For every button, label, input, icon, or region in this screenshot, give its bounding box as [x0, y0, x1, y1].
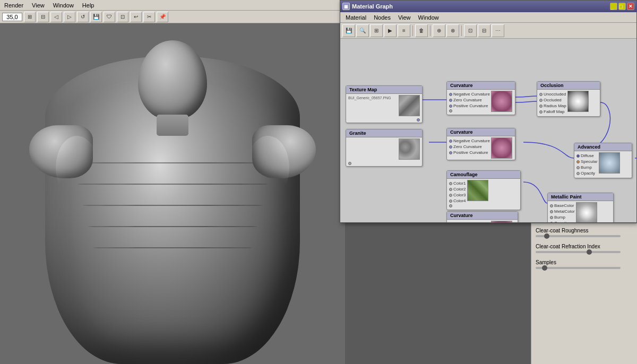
connection-curv1-occl [515, 96, 537, 97]
graph-search-btn[interactable]: 🔍 [356, 24, 369, 37]
node-curvature-3[interactable]: Curvature Negative Curvature Zero Curvat… [446, 211, 518, 222]
node-curvature-2[interactable]: Curvature Negative Curvature Zero Curvat… [446, 128, 515, 160]
port-pos-curv-dot-1[interactable] [449, 105, 452, 108]
graph-menubar: Material Nodes View Window [340, 12, 636, 23]
node-curvature-3-header: Curvature [447, 212, 518, 220]
port-falloff-map-dot[interactable] [539, 110, 543, 114]
graph-sliders-btn[interactable]: ≡ [398, 24, 410, 37]
graph-copy-btn[interactable]: ⊕ [433, 24, 445, 37]
node-curvature-1-thumb [491, 91, 512, 112]
node-texture-map-label: Texture Map [349, 87, 377, 92]
save-btn[interactable]: 💾 [90, 12, 102, 22]
texture-map-filename: BUI_Generic_05657.PNG [348, 95, 398, 101]
viewport-3d[interactable] [0, 23, 345, 364]
port-extra-dot-1[interactable] [449, 109, 452, 112]
cut-btn[interactable]: ✂ [143, 12, 155, 22]
param-slider-samples[interactable] [536, 267, 621, 269]
graph-delete-btn[interactable]: 🗑 [415, 24, 428, 37]
port-radius-map-dot[interactable] [539, 105, 543, 108]
port-bump-metal-dot[interactable] [550, 216, 553, 219]
minimize-btn[interactable]: _ [610, 3, 617, 10]
port-neg-curv-dot-2[interactable] [449, 140, 452, 143]
node-curvature-3-thumb [491, 221, 512, 222]
menu-render[interactable]: Render [2, 2, 25, 9]
param-label-clearcoat-refraction: Clear-coat Refraction Index [536, 244, 633, 249]
param-thumb-clearcoat-refraction[interactable] [587, 249, 592, 255]
port-zero-curv-dot-1[interactable] [449, 99, 452, 102]
menu-help[interactable]: Help [80, 2, 97, 9]
port-unoccluded-dot[interactable] [539, 93, 543, 96]
port-occluded-dot[interactable] [539, 99, 543, 102]
param-thumb-samples[interactable] [542, 265, 547, 271]
graph-dots-btn[interactable]: ⋯ [492, 24, 504, 37]
graph-frame-btn[interactable]: ⊡ [464, 24, 477, 37]
titlebar[interactable]: ▦ Material Graph _ □ ✕ [340, 1, 636, 12]
port-metalcolor-dot[interactable] [550, 210, 553, 213]
close-btn[interactable]: ✕ [627, 3, 634, 10]
graph-menu-material[interactable]: Material [342, 14, 369, 21]
refresh-btn[interactable]: ↺ [77, 12, 89, 22]
menu-window[interactable]: Window [51, 2, 76, 9]
prev-frame-btn[interactable]: ◁ [50, 12, 62, 22]
graph-play-btn[interactable]: ▶ [384, 24, 397, 37]
shield-btn[interactable]: 🛡 [104, 12, 115, 22]
port-neg-curv-dot-1[interactable] [449, 93, 452, 96]
graph-grid-btn[interactable]: ⊞ [370, 24, 383, 37]
port-bump-adv-dot[interactable] [576, 166, 580, 169]
node-metallic-paint[interactable]: Metallic Paint BaseColor MetalColor Bump [547, 193, 614, 222]
param-thumb-clearcoat-roughness[interactable] [544, 233, 549, 239]
port-neg-curv-label-2: Negative Curvature [453, 138, 490, 143]
port-color4-label: Color4 [453, 198, 466, 203]
node-granite[interactable]: Granite [346, 129, 423, 167]
port-color4-dot[interactable] [449, 200, 452, 203]
node-camouflage-ports: Color1 Color2 Color3 Color4 [449, 180, 466, 209]
port-color1-dot[interactable] [449, 182, 452, 185]
node-occlusion-label: Occlusion [540, 83, 564, 88]
port-basecolor: BaseColor [550, 203, 575, 208]
port-basecolor-dot[interactable] [550, 204, 553, 207]
menu-view[interactable]: View [30, 2, 47, 9]
port-opacity-adv-dot[interactable] [576, 172, 580, 175]
node-occlusion-ports: Unoccluded Occluded Radius Map Falloff M… [539, 91, 566, 115]
zoom-fit-btn[interactable]: ⊞ [24, 12, 36, 22]
port-zero-curv-dot-2[interactable] [449, 145, 452, 149]
node-texture-map[interactable]: Texture Map BUI_Generic_05657.PNG [346, 85, 423, 123]
param-slider-clearcoat-roughness[interactable] [536, 235, 621, 237]
port-camo-extra-dot[interactable] [449, 204, 452, 207]
port-color3: Color3 [449, 193, 466, 197]
undo-btn[interactable]: ↩ [130, 12, 142, 22]
graph-paste-btn[interactable]: ⊗ [446, 24, 459, 37]
port-texture-out[interactable] [417, 118, 420, 122]
graph-menu-view[interactable]: View [395, 14, 414, 21]
graph-canvas[interactable]: Texture Map BUI_Generic_05657.PNG Curvat… [340, 39, 636, 222]
port-zero-curv-label-1: Zero Curvature [453, 98, 482, 102]
param-slider-clearcoat-refraction[interactable] [536, 251, 621, 253]
graph-frame2-btn[interactable]: ⊟ [478, 24, 490, 37]
node-curvature-1[interactable]: Curvature Negative Curvature Zero Curvat… [446, 81, 515, 115]
node-occlusion-header: Occlusion [537, 82, 600, 90]
maximize-btn[interactable]: □ [618, 3, 626, 10]
graph-save-btn[interactable]: 💾 [342, 24, 355, 37]
port-opacity-metal-dot[interactable] [550, 222, 553, 223]
graph-menu-nodes[interactable]: Nodes [371, 14, 394, 21]
num-input-field[interactable] [2, 13, 22, 21]
next-frame-btn[interactable]: ▷ [64, 12, 75, 22]
port-pos-curv-label-1: Positive Curvature [453, 103, 488, 108]
node-advanced[interactable]: Advanced Diffuse Specular Bump [574, 143, 632, 178]
port-specular-dot[interactable] [576, 160, 580, 163]
graph-menu-window[interactable]: Window [415, 14, 442, 21]
toolbar-separator-3 [461, 25, 462, 36]
port-color3-dot[interactable] [449, 194, 452, 197]
port-color2-dot[interactable] [449, 188, 452, 191]
node-occlusion[interactable]: Occlusion Unoccluded Occluded Radius Map [537, 81, 600, 117]
port-granite-out[interactable] [348, 162, 351, 165]
pin-btn[interactable]: 📌 [157, 12, 168, 22]
node-curvature-2-header: Curvature [447, 128, 515, 136]
port-opacity-adv-label: Opacity [581, 171, 595, 176]
frame-btn[interactable]: ⊡ [117, 12, 128, 22]
port-diffuse-dot[interactable] [576, 154, 580, 158]
port-pos-curv-dot-2[interactable] [449, 151, 452, 154]
port-pos-curv-2: Positive Curvature [449, 150, 490, 155]
render-region-btn[interactable]: ⊟ [37, 12, 49, 22]
node-camouflage[interactable]: Camouflage Color1 Color2 Color3 [446, 170, 521, 210]
